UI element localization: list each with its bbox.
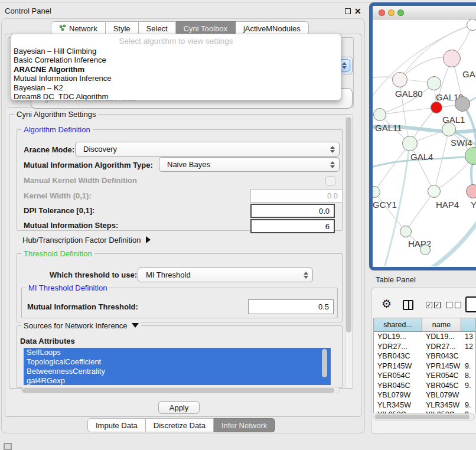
dropdown-item-basic-correlation-inference[interactable]: Basic Correlation Inference bbox=[14, 56, 338, 64]
tab-label: Impute Data bbox=[96, 421, 138, 430]
kernel-width-field[interactable]: 0.0 bbox=[250, 189, 343, 203]
table-cell: YBL079W bbox=[374, 391, 422, 399]
node-gal10[interactable] bbox=[427, 76, 441, 90]
node-swi4[interactable] bbox=[442, 122, 456, 136]
table-cell: YDL19... bbox=[374, 332, 422, 341]
kernel-width-label: Kernel Width (0,1): bbox=[24, 191, 92, 200]
attribute-item-betweennesscentrality[interactable]: BetweennessCentrality bbox=[24, 367, 331, 376]
tab-label: Style bbox=[113, 24, 131, 33]
table-row[interactable]: YER054CYER054C8. bbox=[374, 371, 475, 381]
node[interactable] bbox=[420, 244, 431, 255]
sources-legend[interactable]: Sources for Network Inference bbox=[21, 321, 141, 330]
settings-scrollbar-thumb[interactable] bbox=[346, 117, 351, 332]
data-attributes-list[interactable]: SelfLoopsTopologicalCoefficientBetweenne… bbox=[24, 348, 331, 385]
table-row[interactable]: YBR045CYBR045C9. bbox=[374, 381, 475, 391]
traffic-light-minimize[interactable] bbox=[388, 9, 395, 16]
table-panel-title: Table Panel bbox=[376, 275, 416, 284]
algorithm-definition-legend: Algorithm Definition bbox=[21, 125, 93, 134]
traffic-light-zoom[interactable] bbox=[397, 9, 404, 16]
node-gal4[interactable] bbox=[402, 136, 418, 151]
manual-kernel-checkbox[interactable] bbox=[325, 176, 335, 186]
tab-discretize-data[interactable]: Discretize Data bbox=[146, 418, 214, 432]
network-canvas[interactable]: GAL7GAL80GAL10GAL1GAL11SWI4GAL4GCY1HAP4Y… bbox=[373, 19, 476, 267]
hub-definition-toggle[interactable]: Hub/Transcription Factor Definition bbox=[22, 236, 151, 244]
table-row[interactable]: YBR043CYBR043C bbox=[374, 351, 475, 361]
dropdown-item-bayesian-hill-climbing[interactable]: Bayesian – Hill Climbing bbox=[14, 47, 338, 56]
table-cell: YLR345W bbox=[422, 401, 461, 409]
dropdown-item-bayesian-k2[interactable]: Bayesian – K2 bbox=[14, 83, 338, 92]
node-label-gal4: GAL4 bbox=[410, 152, 433, 162]
dock-icon[interactable] bbox=[4, 443, 12, 450]
sources-legend-text: Sources for Network Inference bbox=[24, 321, 128, 330]
node-table: shared...nameA YDL19...YDL19...13YDR27..… bbox=[373, 318, 476, 413]
control-panel-title: Control Panel bbox=[5, 6, 51, 15]
node-gal1[interactable] bbox=[431, 102, 442, 113]
node-y[interactable] bbox=[466, 184, 476, 198]
stepper-arrows-icon bbox=[304, 272, 308, 279]
checked-box-icon[interactable]: ✓ bbox=[434, 302, 441, 308]
table-cell: YDR27... bbox=[422, 343, 461, 351]
node[interactable] bbox=[455, 96, 470, 112]
node-hap4[interactable] bbox=[428, 185, 441, 198]
column-header-name[interactable]: name bbox=[422, 318, 461, 332]
tab-impute-data[interactable]: Impute Data bbox=[87, 418, 146, 432]
which-threshold-combobox[interactable]: MI Threshold bbox=[138, 268, 313, 282]
table-hscrollbar-thumb[interactable] bbox=[375, 415, 470, 419]
traffic-light-close[interactable] bbox=[379, 9, 385, 16]
node-gal80[interactable] bbox=[392, 72, 407, 87]
mi-type-combobox[interactable]: Naive Bayes bbox=[159, 157, 340, 172]
node-gal7[interactable] bbox=[443, 50, 461, 67]
data-attributes-label: Data Attributes bbox=[20, 337, 75, 345]
dropdown-item-aracne-algorithm[interactable]: ARACNE Algorithm bbox=[14, 65, 338, 74]
attribute-item-selfloops[interactable]: SelfLoops bbox=[24, 348, 331, 357]
dropdown-placeholder: Select algorithm to view settings bbox=[11, 37, 341, 45]
table-row[interactable]: YDR27...YDR27...12 bbox=[374, 342, 475, 352]
aracne-mode-label: Aracne Mode: bbox=[24, 145, 74, 154]
node-label-gal11: GAL11 bbox=[375, 123, 402, 133]
table-cell: YER054C bbox=[422, 371, 461, 380]
table-cell: 9. bbox=[461, 362, 475, 370]
table-cell: YDR27... bbox=[374, 343, 422, 351]
gear-icon[interactable]: ⚙ bbox=[382, 298, 392, 311]
table-row[interactable]: YLR345WYLR345W9. bbox=[374, 400, 475, 410]
attribute-item-topologicalcoefficient[interactable]: TopologicalCoefficient bbox=[24, 357, 331, 367]
network-view-window[interactable]: GAL7GAL80GAL10GAL1GAL11SWI4GAL4GCY1HAP4Y… bbox=[369, 2, 476, 270]
column-header-a[interactable]: A bbox=[461, 318, 476, 332]
cyni-settings-legend: Cyni Algorithm Settings bbox=[14, 110, 98, 119]
node-hap2[interactable] bbox=[400, 226, 412, 237]
unchecked-box-icon[interactable] bbox=[446, 302, 452, 308]
document-icon[interactable] bbox=[465, 296, 476, 312]
dropdown-item-dream8-dc-tdc-algorithm[interactable]: Dream8 DC_TDC Algorithm bbox=[14, 92, 338, 100]
table-row[interactable]: YDL19...YDL19...13 bbox=[374, 332, 475, 342]
apply-button[interactable]: Apply bbox=[158, 401, 200, 414]
table-row[interactable]: YBL079WYBL079W bbox=[374, 390, 475, 400]
node-gal11[interactable] bbox=[373, 108, 386, 121]
attribute-item-gal4rgexp[interactable]: gal4RGexp bbox=[24, 376, 331, 385]
dpi-tolerance-field[interactable]: 0.0 bbox=[250, 204, 335, 218]
collapsed-arrow-icon bbox=[146, 236, 151, 243]
column-header-shared[interactable]: shared... bbox=[374, 318, 422, 332]
unchecked-box-icon[interactable] bbox=[455, 302, 461, 308]
stepper-arrows-icon bbox=[330, 161, 335, 168]
table-cell: YBR045C bbox=[422, 381, 461, 390]
hub-definition-label: Hub/Transcription Factor Definition bbox=[22, 236, 141, 244]
checked-box-icon[interactable]: ✓ bbox=[426, 302, 432, 308]
mi-type-label: Mutual Information Algorithm Type: bbox=[24, 161, 153, 169]
node[interactable] bbox=[467, 19, 476, 31]
aracne-mode-combobox[interactable]: Discovery bbox=[75, 142, 340, 156]
attributes-scrollbar[interactable] bbox=[322, 349, 327, 377]
tab-infer-network[interactable]: Infer Network bbox=[214, 418, 275, 432]
network-window-titlebar[interactable] bbox=[373, 6, 476, 19]
float-panel-icon[interactable] bbox=[345, 8, 351, 14]
mi-steps-field[interactable]: 6 bbox=[250, 219, 335, 233]
close-panel-icon[interactable]: ✕ bbox=[354, 6, 361, 16]
algorithm-dropdown-popup: Select algorithm to view settings Bayesi… bbox=[11, 34, 341, 100]
horizontal-scrollbar-thumb[interactable] bbox=[22, 388, 334, 393]
columns-icon[interactable] bbox=[403, 300, 413, 310]
mi-threshold-field[interactable]: 0.5 bbox=[248, 299, 334, 314]
node-label-gcy1: GCY1 bbox=[373, 200, 397, 210]
dropdown-item-mutual-information-inference[interactable]: Mutual Information Inference bbox=[14, 74, 338, 83]
table-row[interactable]: YPR145WYPR145W9. bbox=[374, 361, 475, 371]
node-label-gal7: GAL7 bbox=[462, 69, 476, 79]
table-header-row: shared...nameA bbox=[374, 318, 475, 332]
